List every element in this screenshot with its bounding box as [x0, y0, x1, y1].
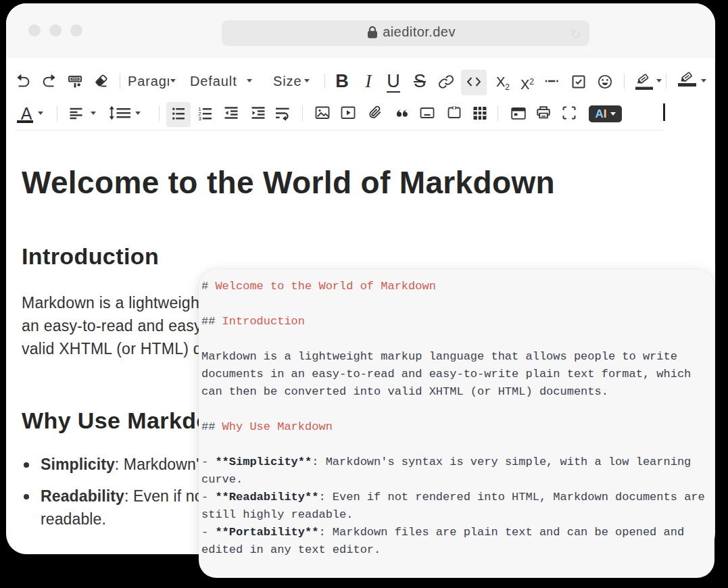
- svg-text:3: 3: [198, 116, 201, 122]
